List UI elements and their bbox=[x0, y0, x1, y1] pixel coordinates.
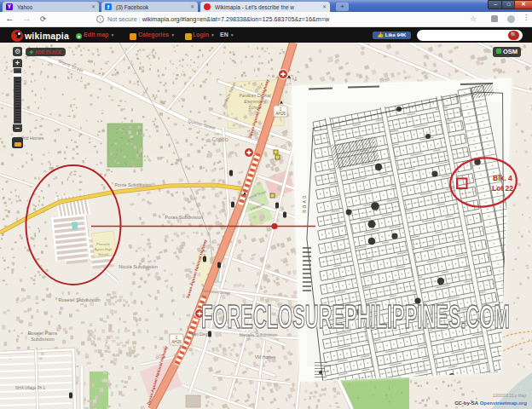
svg-text:Blk. 4: Blk. 4 bbox=[493, 174, 512, 182]
svg-text:ROAD: ROAD bbox=[302, 194, 307, 213]
svg-text:Lot 22: Lot 22 bbox=[492, 184, 513, 193]
